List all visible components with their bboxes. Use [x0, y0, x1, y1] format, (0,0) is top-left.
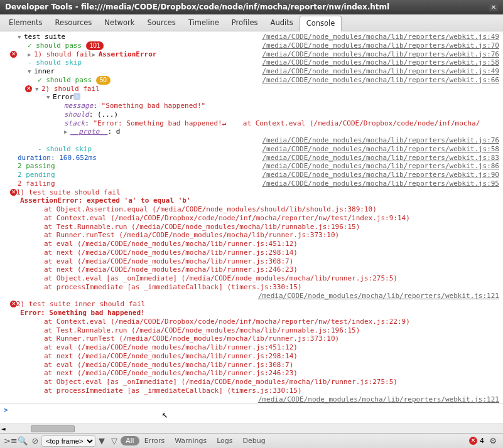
source-only: /media/CODE/node_modules/mocha/lib/repor… [0, 395, 503, 404]
suite-name: inner [34, 67, 55, 76]
close-icon[interactable]: ✕ [489, 3, 498, 11]
chevron-down-icon[interactable] [46, 93, 53, 102]
test-fail[interactable]: ✕ 1) should failAssertionError /media/CO… [0, 50, 503, 59]
test-fail[interactable]: ✕ 2) should fail [0, 85, 503, 93]
stack-line: at eval (/media/CODE/node_modules/mocha/… [0, 343, 503, 352]
devtools-tabs: Elements Resources Network Sources Timel… [0, 14, 503, 31]
chevron-right-icon[interactable] [64, 127, 70, 136]
source-only: /media/CODE/node_modules/mocha/lib/repor… [0, 292, 503, 301]
object-property: stack: "Error: Something bad happened!↵ … [0, 119, 503, 128]
prompt-icon: > [4, 406, 8, 415]
source-link[interactable]: /media/CODE/node_modules/mocha/lib/repor… [258, 292, 499, 301]
filter-warnings[interactable]: Warnings [170, 436, 212, 445]
duration-line: duration: 160.652ms /media/CODE/node_mod… [0, 154, 503, 163]
filter-debug[interactable]: Debug [238, 436, 271, 445]
check-icon: ✓ [28, 41, 32, 50]
object-property[interactable]: __proto__: d [0, 127, 503, 136]
tab-network[interactable]: Network [98, 16, 141, 31]
stack-line: at eval (/media/CODE/node_modules/mocha/… [0, 361, 503, 370]
stack-line: at eval (/media/CODE/node_modules/mocha/… [0, 257, 503, 266]
test-skip: - should skip /media/CODE/node_modules/m… [0, 145, 503, 154]
duration-badge: 50 [96, 76, 111, 85]
failure-block[interactable]: ✕ 2) test suite inner should fail [0, 300, 503, 309]
source-link[interactable]: /media/CODE/node_modules/mocha/lib/repor… [262, 145, 500, 154]
chevron-right-icon[interactable] [28, 50, 34, 59]
stack-line: at eval (/media/CODE/node_modules/mocha/… [0, 240, 503, 248]
frame-select[interactable]: <top frame> [41, 435, 95, 447]
stack-line: at next (/media/CODE/node_modules/mocha/… [0, 248, 503, 257]
source-link[interactable]: /media/CODE/node_modules/mocha/lib/repor… [262, 58, 500, 67]
stack-line: at Object.eval [as _onImmediate] (/media… [0, 378, 503, 387]
suite-header[interactable]: inner /media/CODE/node_modules/mocha/lib… [0, 67, 503, 76]
filter-logs[interactable]: Logs [212, 436, 237, 445]
error-object[interactable]: Error i [0, 93, 503, 102]
console-prompt[interactable]: > [0, 403, 503, 417]
stack-line: at Runner.runTest (/media/CODE/node_modu… [0, 334, 503, 343]
suite-header[interactable]: test suite /media/CODE/node_modules/moch… [0, 33, 503, 41]
gear-icon[interactable]: ⚙ [487, 436, 499, 445]
error-icon: ✕ [25, 85, 32, 92]
stack-line: at next (/media/CODE/node_modules/mocha/… [0, 369, 503, 378]
search-icon[interactable]: 🔍 [16, 436, 29, 445]
stack-line: at next (/media/CODE/node_modules/mocha/… [0, 352, 503, 361]
tab-sources[interactable]: Sources [141, 16, 182, 31]
source-link[interactable]: /media/CODE/node_modules/mocha/lib/repor… [262, 162, 500, 171]
stack-line: at next (/media/CODE/node_modules/mocha/… [0, 265, 503, 274]
source-link[interactable]: /media/CODE/node_modules/mocha/lib/repor… [262, 50, 500, 59]
chevron-down-icon[interactable]: ▼ [95, 436, 108, 445]
source-link[interactable]: /media/CODE/node_modules/mocha/lib/repor… [258, 395, 499, 404]
test-pass: ✓ should pass 50 /media/CODE/node_module… [0, 76, 503, 85]
tab-resources[interactable]: Resources [49, 16, 99, 31]
chevron-down-icon[interactable] [28, 67, 34, 76]
window-title: Developer Tools - file:///media/CODE/Dro… [5, 3, 389, 11]
error-icon: ✕ [10, 51, 17, 58]
stack-line: at Test.Runnable.run (/media/CODE/node_m… [0, 223, 503, 232]
source-link[interactable]: /media/CODE/node_modules/mocha/lib/repor… [262, 136, 500, 145]
test-pass: ✓ should pass 101 /media/CODE/node_modul… [0, 41, 503, 50]
object-property: message: "Something bad happened!" [0, 102, 503, 110]
suite-name: test suite [24, 33, 65, 41]
source-link[interactable]: /media/CODE/node_modules/mocha/lib/repor… [262, 41, 500, 50]
failing-count: 2 failing /media/CODE/node_modules/mocha… [0, 179, 503, 188]
window-titlebar: Developer Tools - file:///media/CODE/Dro… [0, 0, 503, 14]
pending-count: 2 pending /media/CODE/node_modules/mocha… [0, 171, 503, 179]
console-input[interactable] [12, 407, 499, 415]
tab-console[interactable]: Console [300, 16, 342, 31]
stack-line: at Object.eval [as _onImmediate] (/media… [0, 274, 503, 283]
filter-all[interactable]: All [121, 436, 139, 445]
source-link[interactable]: /media/CODE/node_modules/mocha/lib/repor… [262, 76, 500, 85]
tab-profiles[interactable]: Profiles [225, 16, 264, 31]
chevron-down-icon[interactable] [35, 85, 41, 93]
stack-line: at Context.eval (/media/CODE/Dropbox/cod… [0, 317, 503, 326]
error-icon: ✕ [10, 189, 17, 196]
check-icon: ✓ [38, 76, 42, 85]
source-link[interactable]: /media/CODE/node_modules/mocha/lib/repor… [262, 154, 500, 163]
scroll-left-icon[interactable]: ◄ [1, 425, 6, 433]
info-icon[interactable]: i [73, 93, 80, 100]
stack-line: at processImmediate [as _immediateCallba… [0, 283, 503, 292]
scrollbar-thumb[interactable] [31, 425, 75, 432]
chevron-right-icon[interactable] [92, 50, 99, 59]
horizontal-scrollbar[interactable]: ◄ [0, 424, 503, 433]
source-only: /media/CODE/node_modules/mocha/lib/repor… [0, 136, 503, 145]
tab-timeline[interactable]: Timeline [182, 16, 225, 31]
chevron-down-icon[interactable] [18, 33, 24, 41]
error-count: 4 [480, 437, 484, 445]
console-output: test suite /media/CODE/node_modules/moch… [0, 31, 503, 424]
test-skip: - should skip /media/CODE/node_modules/m… [0, 58, 503, 67]
filter-errors[interactable]: Errors [139, 436, 170, 445]
error-count-badge[interactable]: ✕ [469, 437, 477, 445]
source-link[interactable]: /media/CODE/node_modules/mocha/lib/repor… [262, 67, 500, 76]
clear-icon[interactable]: ⊘ [29, 436, 41, 445]
filter-icon[interactable]: ▽ [108, 436, 121, 445]
source-link[interactable]: /media/CODE/node_modules/mocha/lib/repor… [262, 33, 500, 41]
source-link[interactable]: /media/CODE/node_modules/mocha/lib/repor… [262, 179, 500, 188]
failure-block[interactable]: ✕ 1) test suite should fail [0, 188, 503, 197]
source-link[interactable]: /media/CODE/node_modules/mocha/lib/repor… [262, 171, 500, 179]
tab-elements[interactable]: Elements [3, 16, 49, 31]
error-message: Error: Something bad happened! [0, 309, 503, 317]
drawer-icon[interactable]: >≡ [4, 436, 16, 445]
console-toolbar: >≡ 🔍 ⊘ <top frame> ▼ ▽ All Errors Warnin… [0, 433, 503, 448]
duration-badge: 101 [86, 41, 104, 50]
tab-audits[interactable]: Audits [264, 16, 300, 31]
